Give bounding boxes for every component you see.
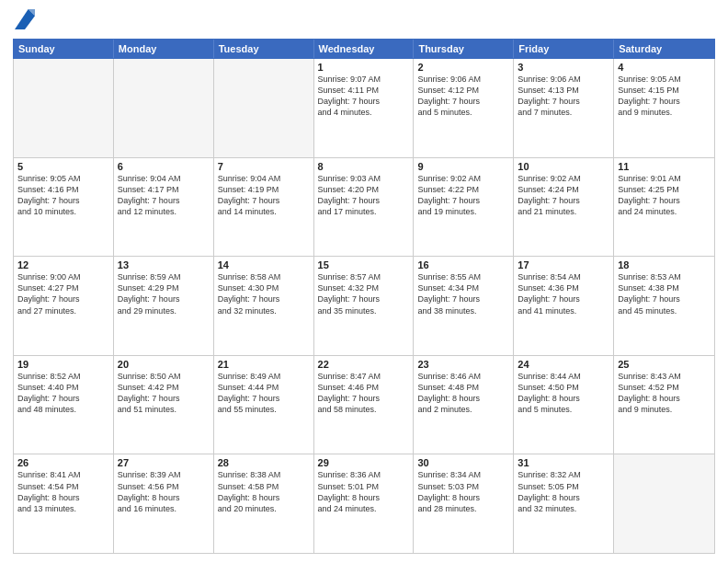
day-number: 24 [518, 359, 609, 370]
day-number: 25 [618, 359, 711, 370]
day-number: 31 [518, 457, 609, 468]
cell-info: Sunrise: 8:46 AM Sunset: 4:48 PM Dayligh… [417, 371, 509, 416]
day-number: 20 [118, 359, 210, 370]
day-number: 13 [118, 259, 210, 270]
cal-cell-14: 14Sunrise: 8:58 AM Sunset: 4:30 PM Dayli… [214, 257, 314, 355]
cell-info: Sunrise: 8:41 AM Sunset: 4:54 PM Dayligh… [17, 469, 109, 514]
cell-info: Sunrise: 8:53 AM Sunset: 4:38 PM Dayligh… [618, 271, 711, 316]
cal-cell-17: 17Sunrise: 8:54 AM Sunset: 4:36 PM Dayli… [514, 257, 614, 355]
cell-info: Sunrise: 8:59 AM Sunset: 4:29 PM Dayligh… [118, 271, 210, 316]
day-number: 28 [218, 457, 310, 468]
day-number: 4 [618, 62, 711, 73]
cal-cell-26: 26Sunrise: 8:41 AM Sunset: 4:54 PM Dayli… [14, 454, 114, 553]
cal-week-4: 19Sunrise: 8:52 AM Sunset: 4:40 PM Dayli… [14, 356, 714, 455]
cell-info: Sunrise: 8:58 AM Sunset: 4:30 PM Dayligh… [218, 271, 310, 316]
cal-cell-empty [614, 454, 714, 553]
day-number: 26 [17, 457, 109, 468]
cal-cell-24: 24Sunrise: 8:44 AM Sunset: 4:50 PM Dayli… [514, 356, 614, 454]
cell-info: Sunrise: 8:39 AM Sunset: 4:56 PM Dayligh… [118, 469, 210, 514]
cell-info: Sunrise: 8:38 AM Sunset: 4:58 PM Dayligh… [218, 469, 310, 514]
cal-cell-21: 21Sunrise: 8:49 AM Sunset: 4:44 PM Dayli… [214, 356, 314, 454]
day-number: 1 [318, 62, 410, 73]
cal-cell-4: 4Sunrise: 9:05 AM Sunset: 4:15 PM Daylig… [614, 59, 714, 157]
cell-info: Sunrise: 8:32 AM Sunset: 5:05 PM Dayligh… [518, 469, 609, 514]
cell-info: Sunrise: 8:52 AM Sunset: 4:40 PM Dayligh… [17, 371, 109, 416]
day-number: 16 [417, 259, 509, 270]
day-number: 10 [518, 161, 609, 172]
cal-cell-28: 28Sunrise: 8:38 AM Sunset: 4:58 PM Dayli… [214, 454, 314, 553]
cal-cell-15: 15Sunrise: 8:57 AM Sunset: 4:32 PM Dayli… [314, 257, 415, 355]
cell-info: Sunrise: 9:00 AM Sunset: 4:27 PM Dayligh… [17, 271, 109, 316]
cal-cell-8: 8Sunrise: 9:03 AM Sunset: 4:20 PM Daylig… [314, 158, 415, 257]
day-number: 21 [218, 359, 310, 370]
cal-cell-11: 11Sunrise: 9:01 AM Sunset: 4:25 PM Dayli… [614, 158, 714, 257]
cell-info: Sunrise: 9:01 AM Sunset: 4:25 PM Dayligh… [618, 173, 711, 218]
cell-info: Sunrise: 9:04 AM Sunset: 4:17 PM Dayligh… [118, 173, 210, 218]
cell-info: Sunrise: 9:06 AM Sunset: 4:13 PM Dayligh… [518, 74, 609, 119]
header [13, 9, 715, 33]
cal-header-monday: Monday [114, 40, 214, 58]
day-number: 30 [417, 457, 509, 468]
cal-cell-empty [214, 59, 314, 157]
cal-cell-20: 20Sunrise: 8:50 AM Sunset: 4:42 PM Dayli… [114, 356, 214, 454]
calendar-header-row: SundayMondayTuesdayWednesdayThursdayFrid… [13, 39, 715, 59]
cal-cell-18: 18Sunrise: 8:53 AM Sunset: 4:38 PM Dayli… [614, 257, 714, 355]
cal-cell-29: 29Sunrise: 8:36 AM Sunset: 5:01 PM Dayli… [314, 454, 415, 553]
cell-info: Sunrise: 9:02 AM Sunset: 4:24 PM Dayligh… [518, 173, 609, 218]
cal-cell-6: 6Sunrise: 9:04 AM Sunset: 4:17 PM Daylig… [114, 158, 214, 257]
day-number: 2 [417, 62, 509, 73]
day-number: 18 [618, 259, 711, 270]
day-number: 3 [518, 62, 609, 73]
calendar: SundayMondayTuesdayWednesdayThursdayFrid… [13, 39, 715, 554]
day-number: 23 [417, 359, 509, 370]
cal-cell-30: 30Sunrise: 8:34 AM Sunset: 5:03 PM Dayli… [414, 454, 514, 553]
cal-cell-25: 25Sunrise: 8:43 AM Sunset: 4:52 PM Dayli… [614, 356, 714, 454]
cal-cell-empty [114, 59, 214, 157]
cell-info: Sunrise: 8:57 AM Sunset: 4:32 PM Dayligh… [318, 271, 410, 316]
cal-header-sunday: Sunday [14, 40, 114, 58]
cal-cell-13: 13Sunrise: 8:59 AM Sunset: 4:29 PM Dayli… [114, 257, 214, 355]
cal-cell-27: 27Sunrise: 8:39 AM Sunset: 4:56 PM Dayli… [114, 454, 214, 553]
cell-info: Sunrise: 9:03 AM Sunset: 4:20 PM Dayligh… [318, 173, 410, 218]
logo-icon [15, 9, 35, 29]
cal-cell-2: 2Sunrise: 9:06 AM Sunset: 4:12 PM Daylig… [414, 59, 514, 157]
cal-cell-12: 12Sunrise: 9:00 AM Sunset: 4:27 PM Dayli… [14, 257, 114, 355]
day-number: 12 [17, 259, 109, 270]
day-number: 8 [318, 161, 410, 172]
day-number: 14 [218, 259, 310, 270]
day-number: 29 [318, 457, 410, 468]
cell-info: Sunrise: 8:55 AM Sunset: 4:34 PM Dayligh… [417, 271, 509, 316]
cell-info: Sunrise: 8:47 AM Sunset: 4:46 PM Dayligh… [318, 371, 410, 416]
cal-cell-16: 16Sunrise: 8:55 AM Sunset: 4:34 PM Dayli… [414, 257, 514, 355]
cal-cell-1: 1Sunrise: 9:07 AM Sunset: 4:11 PM Daylig… [314, 59, 415, 157]
cal-cell-23: 23Sunrise: 8:46 AM Sunset: 4:48 PM Dayli… [414, 356, 514, 454]
cell-info: Sunrise: 9:05 AM Sunset: 4:15 PM Dayligh… [618, 74, 711, 119]
cal-header-tuesday: Tuesday [214, 40, 314, 58]
day-number: 22 [318, 359, 410, 370]
cell-info: Sunrise: 9:04 AM Sunset: 4:19 PM Dayligh… [218, 173, 310, 218]
cal-cell-9: 9Sunrise: 9:02 AM Sunset: 4:22 PM Daylig… [414, 158, 514, 257]
cell-info: Sunrise: 8:34 AM Sunset: 5:03 PM Dayligh… [417, 469, 509, 514]
day-number: 27 [118, 457, 210, 468]
calendar-body: 1Sunrise: 9:07 AM Sunset: 4:11 PM Daylig… [13, 59, 715, 554]
logo [13, 9, 35, 33]
cal-cell-31: 31Sunrise: 8:32 AM Sunset: 5:05 PM Dayli… [514, 454, 614, 553]
cell-info: Sunrise: 9:02 AM Sunset: 4:22 PM Dayligh… [417, 173, 509, 218]
cell-info: Sunrise: 9:05 AM Sunset: 4:16 PM Dayligh… [17, 173, 109, 218]
cal-header-thursday: Thursday [414, 40, 514, 58]
cal-cell-empty [14, 59, 114, 157]
cal-cell-5: 5Sunrise: 9:05 AM Sunset: 4:16 PM Daylig… [14, 158, 114, 257]
day-number: 17 [518, 259, 609, 270]
cell-info: Sunrise: 8:44 AM Sunset: 4:50 PM Dayligh… [518, 371, 609, 416]
day-number: 19 [17, 359, 109, 370]
cal-week-3: 12Sunrise: 9:00 AM Sunset: 4:27 PM Dayli… [14, 257, 714, 356]
day-number: 7 [218, 161, 310, 172]
cal-header-friday: Friday [514, 40, 614, 58]
day-number: 5 [17, 161, 109, 172]
day-number: 9 [417, 161, 509, 172]
cell-info: Sunrise: 8:43 AM Sunset: 4:52 PM Dayligh… [618, 371, 711, 416]
cell-info: Sunrise: 9:07 AM Sunset: 4:11 PM Dayligh… [318, 74, 410, 119]
cal-cell-7: 7Sunrise: 9:04 AM Sunset: 4:19 PM Daylig… [214, 158, 314, 257]
cal-week-1: 1Sunrise: 9:07 AM Sunset: 4:11 PM Daylig… [14, 59, 714, 158]
cal-week-2: 5Sunrise: 9:05 AM Sunset: 4:16 PM Daylig… [14, 158, 714, 258]
